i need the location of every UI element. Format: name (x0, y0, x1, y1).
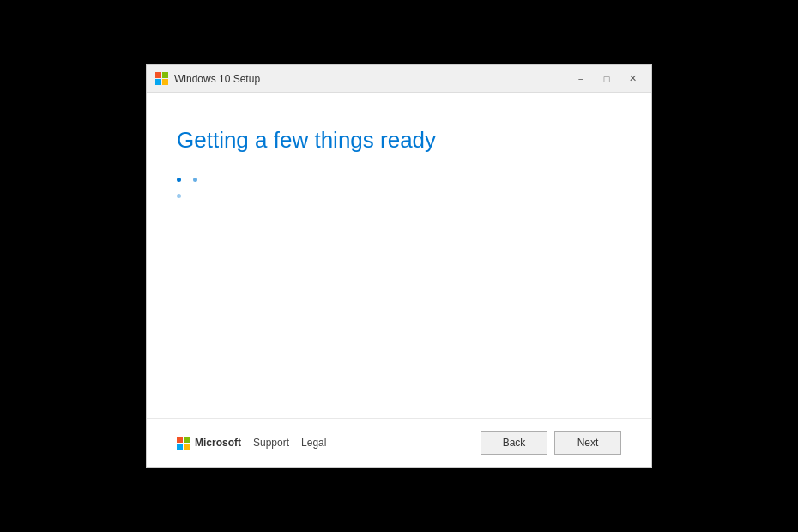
ms-logo-grid (177, 437, 190, 450)
spinner-dot-3 (177, 194, 181, 198)
spinner-animation (177, 178, 197, 198)
main-heading: Getting a few things ready (177, 127, 621, 154)
svg-rect-1 (162, 72, 168, 78)
legal-link[interactable]: Legal (301, 437, 326, 449)
support-link[interactable]: Support (253, 437, 289, 449)
microsoft-label: Microsoft (195, 437, 241, 449)
title-bar: Windows 10 Setup − □ ✕ (147, 65, 651, 93)
next-button[interactable]: Next (554, 431, 621, 455)
title-bar-left: Windows 10 Setup (155, 72, 260, 86)
ms-square-red (177, 437, 183, 443)
svg-rect-3 (162, 79, 168, 85)
microsoft-logo: Microsoft (177, 437, 241, 450)
svg-rect-2 (155, 79, 161, 85)
svg-rect-0 (155, 72, 161, 78)
main-content: Getting a few things ready (147, 93, 651, 418)
window-title: Windows 10 Setup (174, 73, 260, 85)
ms-square-blue (177, 444, 183, 450)
close-button[interactable]: ✕ (620, 70, 644, 88)
spinner-dot-1 (177, 178, 181, 182)
maximize-button[interactable]: □ (595, 70, 619, 88)
spinner-dot-2 (193, 178, 197, 182)
loading-spinner (177, 178, 621, 198)
ms-square-green (184, 437, 190, 443)
ms-square-yellow (184, 444, 190, 450)
footer-right: Back Next (481, 431, 621, 455)
minimize-button[interactable]: − (569, 70, 593, 88)
windows-icon (155, 72, 169, 86)
footer-left: Microsoft Support Legal (177, 437, 326, 450)
back-button[interactable]: Back (481, 431, 547, 455)
setup-window: Windows 10 Setup − □ ✕ Getting a few thi… (146, 64, 652, 468)
window-footer: Microsoft Support Legal Back Next (147, 418, 651, 467)
title-bar-controls: − □ ✕ (569, 70, 644, 88)
